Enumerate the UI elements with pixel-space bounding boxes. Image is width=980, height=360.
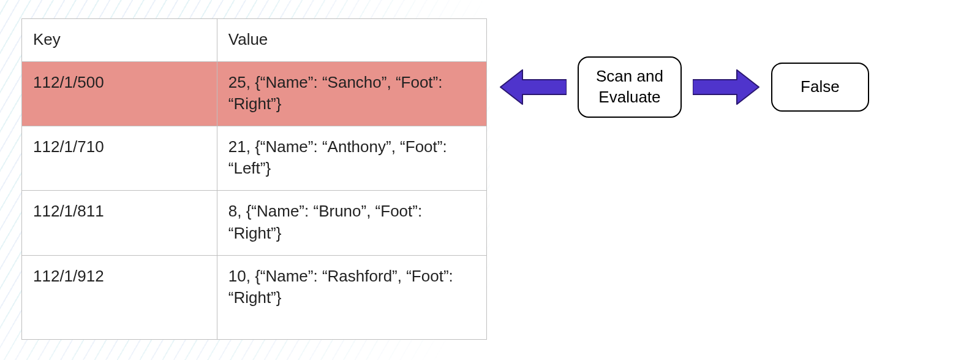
cell-key: 112/1/811 [22, 191, 217, 255]
arrow-right-icon [693, 67, 760, 107]
flow-right: Scan andEvaluate False [499, 56, 869, 118]
cell-value: 25, {“Name”: “Sancho”, “Foot”: “Right”} [217, 62, 486, 126]
cell-value: 8, {“Name”: “Bruno”, “Foot”: “Right”} [217, 191, 486, 255]
cell-key: 112/1/710 [22, 126, 217, 191]
scan-evaluate-box: Scan andEvaluate [578, 56, 682, 118]
cell-value: 10, {“Name”: “Rashford”, “Foot”: “Right”… [217, 255, 486, 339]
header-value: Value [217, 19, 486, 62]
table-row: 112/1/71021, {“Name”: “Anthony”, “Foot”:… [22, 126, 487, 191]
table-row: 112/1/91210, {“Name”: “Rashford”, “Foot”… [22, 255, 487, 339]
arrow-left-icon [499, 67, 567, 107]
result-box: False [771, 63, 869, 112]
table-body: 112/1/50025, {“Name”: “Sancho”, “Foot”: … [22, 62, 487, 340]
header-key: Key [22, 19, 217, 62]
cell-value: 21, {“Name”: “Anthony”, “Foot”: “Left”} [217, 126, 486, 191]
diagram-container: Key Value 112/1/50025, {“Name”: “Sancho”… [0, 0, 980, 358]
scan-evaluate-label: Scan andEvaluate [596, 66, 663, 108]
table-header-row: Key Value [22, 19, 487, 62]
table-row: 112/1/8118, {“Name”: “Bruno”, “Foot”: “R… [22, 191, 487, 255]
key-value-table: Key Value 112/1/50025, {“Name”: “Sancho”… [21, 18, 487, 340]
cell-key: 112/1/912 [22, 255, 217, 339]
table-row: 112/1/50025, {“Name”: “Sancho”, “Foot”: … [22, 62, 487, 126]
cell-key: 112/1/500 [22, 62, 217, 126]
result-label: False [801, 77, 840, 98]
